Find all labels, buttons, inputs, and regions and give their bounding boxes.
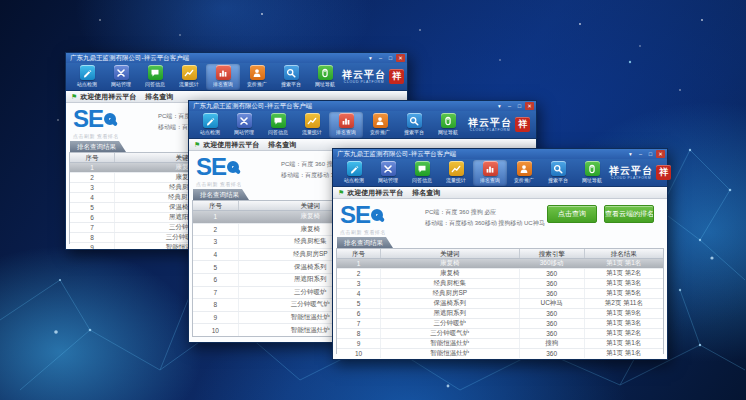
cell-index: 1 xyxy=(337,259,381,268)
toolbar-item-site-nav[interactable]: 网址导航 xyxy=(431,112,465,138)
header-result: 排名结果 xyxy=(585,249,663,258)
table-row[interactable]: 3 经典厨柜集 360 第1页 第3名 xyxy=(337,279,663,289)
menu-icon[interactable]: ▾ xyxy=(626,150,635,158)
cell-keyword: 康复椅 xyxy=(381,269,520,278)
window-titlebar[interactable]: 广东九鼎王监测有限公司-祥云平台客户端 ▾ – □ ✕ xyxy=(189,101,536,111)
cell-result: 第2页 第11名 xyxy=(585,299,663,308)
traffic-stats-icon xyxy=(305,113,320,128)
cell-index: 9 xyxy=(193,312,239,324)
close-icon[interactable]: ✕ xyxy=(656,150,665,158)
cell-keyword: 三分钟暖气炉 xyxy=(381,329,520,338)
toolbar-item-message[interactable]: 问答信息 xyxy=(261,112,295,138)
table-row[interactable]: 2 康复椅 360 第1页 第2名 xyxy=(337,269,663,279)
cell-index: 6 xyxy=(337,309,381,318)
window-controls: ▾ – □ ✕ xyxy=(626,150,665,158)
table-row[interactable]: 8 三分钟暖气炉 360 第1页 第2名 xyxy=(337,329,663,339)
toolbar-item-site-check[interactable]: 站点检测 xyxy=(193,112,227,138)
toolbar-item-message[interactable]: 问答信息 xyxy=(138,64,172,90)
cell-result: 第1页 第5名 xyxy=(585,289,663,298)
query-button[interactable]: 点击查询 xyxy=(547,205,597,223)
tab-ranking-results[interactable]: 排名查询结果 xyxy=(193,189,249,200)
toolbar-item-label: 网站管理 xyxy=(234,129,254,135)
toolbar-item-ranking[interactable]: 排名查询 xyxy=(329,112,363,138)
toolbar-item-message[interactable]: 问答信息 xyxy=(405,160,439,186)
minimize-icon[interactable]: – xyxy=(376,54,385,62)
toolbar-item-label: 搜索平台 xyxy=(281,81,301,87)
cell-index: 5 xyxy=(337,299,381,308)
table-row[interactable]: 5 保温椅系列 UC神马 第2页 第11名 xyxy=(337,299,663,309)
toolbar-item-site-nav[interactable]: 网址导航 xyxy=(575,160,609,186)
toolbar-item-site-manage[interactable]: 网站管理 xyxy=(104,64,138,90)
cell-engine: 360 xyxy=(520,349,585,358)
menu-icon[interactable]: ▾ xyxy=(495,102,504,110)
toolbar-item-search-platform[interactable]: 搜索平台 xyxy=(274,64,308,90)
toolbar-item-label: 流量统计 xyxy=(302,129,322,135)
welcome-text: 欢迎使用祥云平台 xyxy=(203,141,259,148)
site-check-icon xyxy=(203,113,218,128)
site-check-icon xyxy=(80,65,95,80)
view-cloud-ranking-button[interactable]: 查看云端的排名 xyxy=(604,205,654,223)
maximize-icon[interactable]: □ xyxy=(646,150,655,158)
ranking-icon xyxy=(339,113,354,128)
toolbar-items: 站点检测 网站管理 问答信息 流量统计 排名查询 竞价推广 搜索平台 网址导航 xyxy=(70,64,342,90)
toolbar-item-ranking[interactable]: 排名查询 xyxy=(473,160,507,186)
cell-index: 5 xyxy=(70,203,115,212)
window-title: 广东九鼎王监测有限公司-祥云平台客户端 xyxy=(337,150,456,157)
minimize-icon[interactable]: – xyxy=(636,150,645,158)
cell-keyword: 智能恒温灶炉 xyxy=(381,339,520,348)
toolbar-item-label: 流量统计 xyxy=(179,81,199,87)
brand-subtitle: CLOUD PLATFORM xyxy=(342,80,386,84)
toolbar-item-label: 竞价推广 xyxy=(370,129,390,135)
window-titlebar[interactable]: 广东九鼎王监测有限公司-祥云平台客户端 ▾ – □ ✕ xyxy=(66,53,407,63)
promotion-icon xyxy=(517,161,532,176)
magnifier-icon xyxy=(104,113,116,125)
cell-index: 9 xyxy=(70,243,115,249)
seo-caption: 点击刷新 查看排名 xyxy=(73,133,119,139)
maximize-icon[interactable]: □ xyxy=(386,54,395,62)
toolbar-item-ranking[interactable]: 排名查询 xyxy=(206,64,240,90)
cell-index: 1 xyxy=(193,211,239,223)
toolbar-item-traffic-stats[interactable]: 流量统计 xyxy=(295,112,329,138)
toolbar-item-label: 网址导航 xyxy=(438,129,458,135)
toolbar-item-site-nav[interactable]: 网址导航 xyxy=(308,64,342,90)
seo-logo: SE 点击刷新 查看排名 xyxy=(196,154,242,187)
window-titlebar[interactable]: 广东九鼎王监测有限公司-祥云平台客户端 ▾ – □ ✕ xyxy=(333,149,667,159)
toolbar-item-promotion[interactable]: 竞价推广 xyxy=(507,160,541,186)
toolbar-item-site-manage[interactable]: 网站管理 xyxy=(227,112,261,138)
table-row[interactable]: 9 智能恒温灶炉 搜狗 第1页 第1名 xyxy=(337,339,663,349)
toolbar-item-promotion[interactable]: 竞价推广 xyxy=(363,112,397,138)
minimize-icon[interactable]: – xyxy=(505,102,514,110)
toolbar-item-label: 问答信息 xyxy=(412,177,432,183)
table-row[interactable]: 4 经典厨房SP 360 第1页 第5名 xyxy=(337,289,663,299)
brand-badge-icon: 祥 xyxy=(389,69,404,84)
close-icon[interactable]: ✕ xyxy=(396,54,405,62)
toolbar-item-search-platform[interactable]: 搜索平台 xyxy=(397,112,431,138)
brand-logo: 祥云平台 CLOUD PLATFORM 祥 xyxy=(342,69,406,84)
site-manage-icon xyxy=(381,161,396,176)
toolbar-item-traffic-stats[interactable]: 流量统计 xyxy=(172,64,206,90)
menu-icon[interactable]: ▾ xyxy=(366,54,375,62)
tab-ranking-results[interactable]: 排名查询结果 xyxy=(337,237,393,248)
toolbar-item-site-manage[interactable]: 网站管理 xyxy=(371,160,405,186)
content-area: SE 点击刷新 查看排名 PC端：百度 360 搜狗 必应 移动端：百度移动 3… xyxy=(333,199,667,359)
flag-icon: ⚑ xyxy=(71,93,77,100)
seo-logo-text: SE xyxy=(340,202,370,228)
toolbar-item-site-check[interactable]: 站点检测 xyxy=(337,160,371,186)
tab-ranking-results[interactable]: 排名查询结果 xyxy=(70,141,126,152)
engine-info: PC端：百度 360 搜狗 必应 移动端：百度移动 360移动 搜狗移动 UC神… xyxy=(425,207,545,229)
toolbar-item-promotion[interactable]: 竞价推广 xyxy=(240,64,274,90)
toolbar-item-search-platform[interactable]: 搜索平台 xyxy=(541,160,575,186)
table-row[interactable]: 10 智能恒温灶炉 360 第1页 第1名 xyxy=(337,349,663,358)
table-row[interactable]: 7 三分钟暖炉 360 第1页 第3名 xyxy=(337,319,663,329)
toolbar-items: 站点检测 网站管理 问答信息 流量统计 排名查询 竞价推广 搜索平台 网址导航 xyxy=(337,160,609,186)
toolbar-item-traffic-stats[interactable]: 流量统计 xyxy=(439,160,473,186)
cell-engine: 360 xyxy=(520,289,585,298)
cell-index: 2 xyxy=(337,269,381,278)
maximize-icon[interactable]: □ xyxy=(515,102,524,110)
table-row[interactable]: 1 康复椅 360移动 第1页 第1名 xyxy=(337,259,663,269)
toolbar-item-site-check[interactable]: 站点检测 xyxy=(70,64,104,90)
site-nav-icon xyxy=(585,161,600,176)
table-row[interactable]: 6 黑遮阳系列 360 第1页 第9名 xyxy=(337,309,663,319)
cell-index: 6 xyxy=(70,213,115,222)
close-icon[interactable]: ✕ xyxy=(525,102,534,110)
